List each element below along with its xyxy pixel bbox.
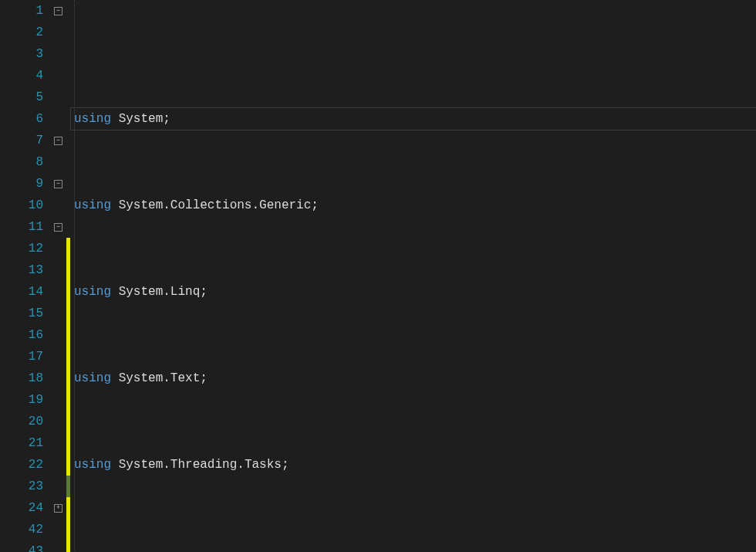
change-indicator xyxy=(66,238,70,259)
change-indicator xyxy=(66,411,70,432)
change-indicator xyxy=(66,367,70,389)
change-indicator xyxy=(66,519,70,540)
change-indicator xyxy=(66,281,70,303)
change-indicator xyxy=(66,346,70,367)
code-line[interactable]: using System.Linq; xyxy=(71,281,756,303)
change-indicator xyxy=(66,324,70,346)
line-number: 8 xyxy=(0,151,43,173)
line-number: 19 xyxy=(0,389,43,411)
keyword-using: using xyxy=(74,112,111,126)
line-number: 11 xyxy=(0,216,43,238)
change-indicator xyxy=(66,389,70,411)
line-number: 7 xyxy=(0,130,43,151)
line-number-gutter: 1234567891011121314151617181920212223244… xyxy=(0,0,52,552)
line-number: 43 xyxy=(0,540,43,552)
change-indicator xyxy=(66,259,70,281)
collapse-region-icon[interactable]: − xyxy=(54,137,62,145)
line-number: 21 xyxy=(0,432,43,454)
line-number: 5 xyxy=(0,86,43,108)
change-indicator xyxy=(66,476,70,497)
collapse-region-icon[interactable]: − xyxy=(54,180,62,188)
line-number: 24 xyxy=(0,497,43,519)
line-number: 4 xyxy=(0,65,43,86)
line-number: 6 xyxy=(0,108,43,130)
line-number: 42 xyxy=(0,519,43,540)
change-indicator xyxy=(66,303,70,324)
line-number: 23 xyxy=(0,476,43,497)
expand-region-icon[interactable]: + xyxy=(54,504,62,513)
collapse-region-icon[interactable]: − xyxy=(54,223,62,232)
line-number: 16 xyxy=(0,324,43,346)
line-number: 12 xyxy=(0,238,43,259)
line-number: 18 xyxy=(0,367,43,389)
change-indicator xyxy=(66,454,70,476)
fold-column: −−−−+ xyxy=(52,0,66,552)
line-number: 14 xyxy=(0,281,43,303)
line-number: 13 xyxy=(0,259,43,281)
line-number: 10 xyxy=(0,195,43,216)
line-number: 2 xyxy=(0,22,43,43)
code-line[interactable]: using System.Text; xyxy=(71,367,756,389)
code-line[interactable]: using System; xyxy=(71,108,756,130)
line-number: 22 xyxy=(0,454,43,476)
code-line[interactable]: using System.Threading.Tasks; xyxy=(71,454,756,476)
indent-guide xyxy=(74,0,75,552)
change-indicator xyxy=(66,432,70,454)
line-number: 15 xyxy=(0,303,43,324)
collapse-region-icon[interactable]: − xyxy=(54,7,62,15)
code-editor[interactable]: 1234567891011121314151617181920212223244… xyxy=(0,0,756,552)
change-indicator xyxy=(66,540,70,552)
line-number: 17 xyxy=(0,346,43,367)
line-number: 3 xyxy=(0,43,43,65)
code-area[interactable]: using System; using System.Collections.G… xyxy=(71,0,756,552)
line-number: 9 xyxy=(0,173,43,195)
line-number: 20 xyxy=(0,411,43,432)
line-number: 1 xyxy=(0,0,43,22)
code-line[interactable] xyxy=(71,540,756,552)
code-line[interactable]: using System.Collections.Generic; xyxy=(71,195,756,216)
change-indicator xyxy=(66,497,70,519)
